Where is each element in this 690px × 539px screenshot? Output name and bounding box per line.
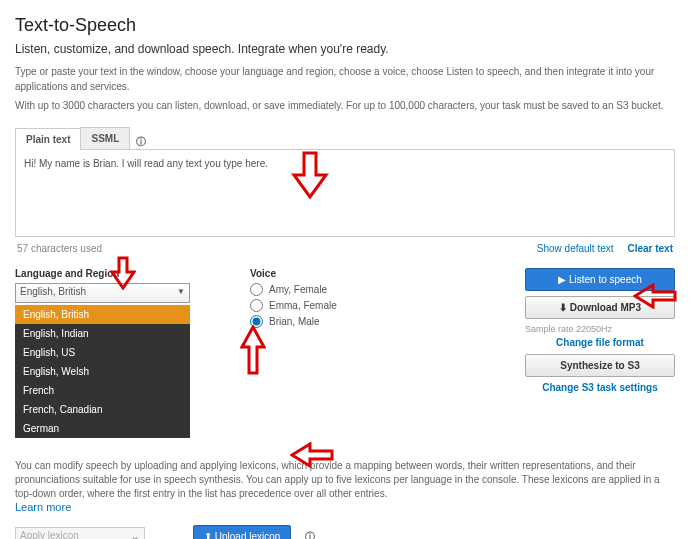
dropdown-option[interactable]: English, Welsh	[15, 362, 190, 381]
show-default-text-link[interactable]: Show default text	[537, 243, 614, 254]
annotation-arrow-icon	[240, 325, 266, 375]
upload-lexicon-button[interactable]: ⬆ Upload lexicon	[193, 525, 291, 539]
dropdown-option[interactable]: English, US	[15, 343, 190, 362]
clear-text-link[interactable]: Clear text	[627, 243, 673, 254]
page-desc-2: With up to 3000 characters you can liste…	[15, 98, 675, 113]
tab-ssml[interactable]: SSML	[80, 127, 130, 149]
voice-option[interactable]: Brian, Male	[250, 315, 390, 328]
lexicon-description: You can modify speech by uploading and a…	[15, 459, 675, 501]
dropdown-option[interactable]: French, Canadian	[15, 400, 190, 419]
page-subtitle: Listen, customize, and download speech. …	[15, 42, 675, 56]
apply-lexicon-select[interactable]: Apply lexicon	[15, 527, 145, 540]
change-file-format-link[interactable]: Change file format	[556, 337, 644, 348]
voice-radio[interactable]	[250, 283, 263, 296]
dropdown-option[interactable]: English, Indian	[15, 324, 190, 343]
upload-icon: ⬆	[204, 531, 212, 539]
voice-option[interactable]: Emma, Female	[250, 299, 390, 312]
dropdown-option[interactable]: English, British	[15, 305, 190, 324]
voice-option-label: Emma, Female	[269, 300, 337, 311]
download-icon: ⬇	[559, 302, 567, 313]
annotation-arrow-icon	[290, 442, 334, 468]
sample-rate-text: Sample rate 22050Hz	[525, 324, 675, 334]
char-count: 57 characters used	[17, 243, 102, 254]
tab-plain-text[interactable]: Plain text	[15, 128, 81, 150]
info-icon[interactable]: ⓘ	[305, 530, 315, 540]
change-s3-settings-link[interactable]: Change S3 task settings	[542, 382, 658, 393]
language-region-select[interactable]: English, British	[15, 283, 190, 303]
info-icon[interactable]: ⓘ	[136, 135, 146, 149]
language-region-label: Language and Region	[15, 268, 190, 279]
dropdown-option[interactable]: French	[15, 381, 190, 400]
voice-label: Voice	[250, 268, 390, 279]
voice-option[interactable]: Amy, Female	[250, 283, 390, 296]
play-icon: ▶	[558, 274, 566, 285]
page-title: Text-to-Speech	[15, 15, 675, 36]
synthesize-to-s3-button[interactable]: Synthesize to S3	[525, 354, 675, 377]
text-input[interactable]	[24, 158, 666, 226]
annotation-arrow-icon	[290, 150, 330, 200]
annotation-arrow-icon	[633, 283, 677, 309]
dropdown-option[interactable]: German	[15, 419, 190, 438]
language-region-dropdown: English, British English, Indian English…	[15, 305, 190, 438]
page-desc-1: Type or paste your text in the window, c…	[15, 64, 675, 94]
voice-radio[interactable]	[250, 299, 263, 312]
learn-more-link[interactable]: Learn more	[15, 501, 71, 513]
voice-option-label: Brian, Male	[269, 316, 320, 327]
annotation-arrow-icon	[110, 256, 136, 290]
voice-option-label: Amy, Female	[269, 284, 327, 295]
